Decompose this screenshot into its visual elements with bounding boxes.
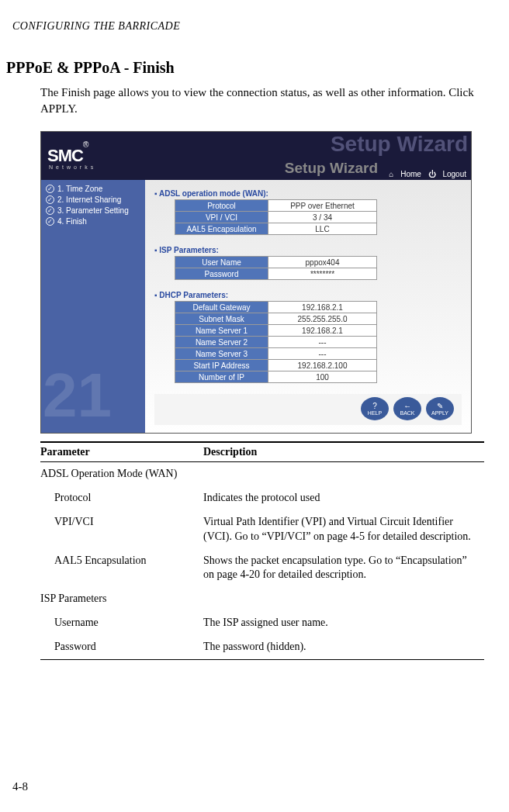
wizard-main: ADSL operation mode (WAN): ProtocolPPP o… <box>145 180 471 433</box>
table-row: User Namepppox404 <box>175 257 377 268</box>
check-icon: ✓ <box>46 185 54 193</box>
adsl-table: ProtocolPPP over Ethernet VPI / VCI3 / 3… <box>175 199 377 235</box>
body-paragraph: The Finish page allows you to view the c… <box>40 85 486 117</box>
sidebar-item-parameter-setting[interactable]: ✓3. Parameter Setting <box>46 206 145 215</box>
table-row: PasswordThe password (hidden). <box>40 635 484 659</box>
check-icon: ✓ <box>46 206 54 215</box>
sidebar-watermark: 21 <box>43 360 112 431</box>
table-row: ISP Parameters <box>40 587 484 611</box>
router-ui-screenshot: SMC® Networks Setup Wizard Setup Wizard … <box>40 131 472 434</box>
action-buttons: ?HELP ←BACK ✎APPLY <box>154 394 462 425</box>
help-button[interactable]: ?HELP <box>361 397 389 420</box>
dhcp-heading: DHCP Parameters: <box>154 291 462 299</box>
table-row: AAL5 EncapsulationLLC <box>175 223 377 235</box>
wizard-sidebar: ✓1. Time Zone ✓2. Internet Sharing ✓3. P… <box>41 180 145 433</box>
table-row: Subnet Mask255.255.255.0 <box>175 313 377 325</box>
dhcp-table: Default Gateway192.168.2.1 Subnet Mask25… <box>175 301 377 383</box>
isp-heading: ISP Parameters: <box>154 246 462 254</box>
table-row: Password******** <box>175 268 377 280</box>
apply-button[interactable]: ✎APPLY <box>426 397 454 420</box>
table-header-description: Description <box>203 442 484 462</box>
top-nav: ⌂ Home ⏻ Logout <box>384 170 466 178</box>
table-header-parameter: Parameter <box>40 442 203 462</box>
back-icon: ← <box>403 403 411 410</box>
parameter-description-table: Parameter Description ADSL Operation Mod… <box>40 441 484 660</box>
table-row: AAL5 EncapsulationShows the packet encap… <box>40 549 484 588</box>
table-row: VPI / VCI3 / 34 <box>175 212 377 223</box>
table-row: ProtocolPPP over Ethernet <box>175 200 377 212</box>
page-number: 4-8 <box>12 780 28 793</box>
adsl-heading: ADSL operation mode (WAN): <box>154 189 462 198</box>
table-row: VPI/VCIVirtual Path Identifier (VPI) and… <box>40 510 484 549</box>
sidebar-item-timezone[interactable]: ✓1. Time Zone <box>46 185 145 193</box>
table-row: ProtocolIndicates the protocol used <box>40 486 484 510</box>
setup-wizard-title: Setup Wizard <box>285 160 378 177</box>
table-row: ADSL Operation Mode (WAN) <box>40 462 484 486</box>
running-header: CONFIGURING THE BARRICADE <box>12 20 509 33</box>
screenshot-body: ✓1. Time Zone ✓2. Internet Sharing ✓3. P… <box>41 180 471 433</box>
section-title: PPPoE & PPPoA - Finish <box>6 59 509 77</box>
home-icon[interactable]: ⌂ Home <box>389 170 421 178</box>
apply-icon: ✎ <box>437 403 443 410</box>
check-icon: ✓ <box>46 195 54 204</box>
isp-table: User Namepppox404 Password******** <box>175 256 377 280</box>
sidebar-item-internet-sharing[interactable]: ✓2. Internet Sharing <box>46 195 145 204</box>
table-row: Name Server 2--- <box>175 337 377 348</box>
smc-logo: SMC® <box>47 146 88 166</box>
smc-logo-subtext: Networks <box>49 164 96 170</box>
help-icon: ? <box>372 403 377 410</box>
table-row: Number of IP100 <box>175 371 377 383</box>
table-row: Name Server 3--- <box>175 348 377 360</box>
table-row: UsernameThe ISP assigned user name. <box>40 611 484 635</box>
screenshot-header: SMC® Networks Setup Wizard Setup Wizard … <box>41 132 471 180</box>
table-row: Name Server 1192.168.2.1 <box>175 325 377 337</box>
table-row: Default Gateway192.168.2.1 <box>175 302 377 313</box>
logout-icon[interactable]: ⏻ Logout <box>428 170 466 178</box>
table-row: Start IP Address192.168.2.100 <box>175 360 377 371</box>
back-button[interactable]: ←BACK <box>393 397 421 420</box>
sidebar-item-finish[interactable]: ✓4. Finish <box>46 217 145 226</box>
header-watermark: Setup Wizard <box>331 132 468 157</box>
check-icon: ✓ <box>46 217 54 226</box>
